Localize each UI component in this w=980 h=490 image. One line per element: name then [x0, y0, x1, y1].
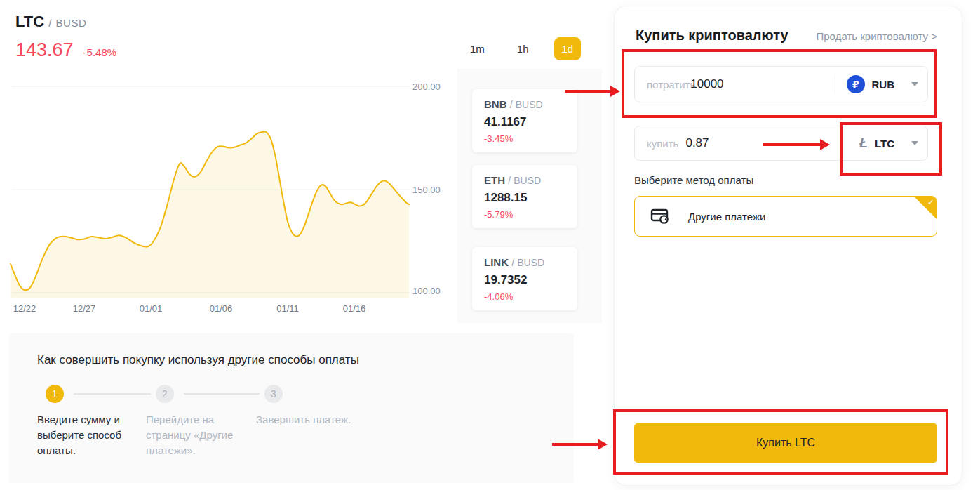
step-connector — [74, 393, 151, 395]
annotation-arrow-asset — [763, 143, 821, 146]
step-connector — [184, 393, 260, 395]
payment-method-icon — [650, 207, 671, 225]
step-2-text: Перейдите на страницу «Другие платежи». — [146, 412, 248, 458]
step-3-badge: 3 — [264, 385, 283, 403]
step-1-badge: 1 — [46, 385, 64, 403]
interval-1h[interactable]: 1h — [510, 37, 536, 60]
ticker-base: BNB — [484, 98, 507, 110]
howto-section: Как совершить покупку используя другие с… — [9, 333, 574, 483]
annotation-arrow-spend — [565, 90, 611, 93]
check-icon: ✓ — [927, 197, 934, 207]
ticker-separator: / — [510, 99, 513, 110]
step-3-text: Завершить платеж. — [256, 412, 410, 428]
annotation-arrow-button — [552, 443, 598, 446]
x-axis-tick: 01/11 — [276, 303, 299, 314]
interval-switcher: 1m 1h 1d — [463, 37, 581, 60]
step-2-badge: 2 — [156, 385, 174, 403]
annotation-box-asset — [840, 122, 942, 176]
ticker-quote: BUSD — [516, 99, 543, 110]
sell-crypto-link[interactable]: Продать криптовалюту > — [817, 30, 938, 42]
annotation-box-button — [613, 409, 948, 475]
ticker-separator: / — [511, 257, 514, 268]
ticker-separator: / — [508, 175, 511, 186]
ticker-pair: BNB / BUSD — [484, 98, 577, 110]
ticker-change: -4.06% — [484, 291, 577, 302]
annotation-box-spend — [622, 49, 937, 118]
x-axis-tick: 01/01 — [140, 303, 163, 314]
panel-title: Купить криптовалюту — [636, 27, 788, 44]
receive-label: купить — [647, 138, 678, 150]
interval-1m[interactable]: 1m — [463, 37, 492, 60]
y-axis-tick: 200.00 — [412, 81, 446, 92]
payment-method-card[interactable]: Другие платежи ✓ — [634, 196, 937, 237]
x-axis-tick: 12/22 — [13, 303, 36, 314]
ticker-base: LINK — [484, 256, 509, 268]
price-chart: 200.00 150.00 100.00 12/22 12/27 01/01 0… — [0, 0, 463, 323]
y-axis-tick: 100.00 — [412, 286, 446, 296]
y-axis-tick: 150.00 — [412, 185, 446, 195]
ticker-card-bnb[interactable]: BNB / BUSD 41.1167 -3.45% — [472, 89, 577, 152]
chart-canvas — [0, 0, 463, 323]
interval-1d[interactable]: 1d — [554, 37, 582, 60]
ticker-pair: LINK / BUSD — [484, 256, 577, 268]
ticker-base: ETH — [484, 174, 505, 186]
ticker-card-eth[interactable]: ETH / BUSD 1288.15 -5.79% — [472, 165, 577, 228]
ticker-change: -5.79% — [484, 209, 577, 220]
ticker-price: 19.7352 — [484, 273, 577, 287]
payment-method-name: Другие платежи — [688, 211, 765, 223]
ticker-price: 1288.15 — [484, 191, 577, 205]
ticker-card-link[interactable]: LINK / BUSD 19.7352 -4.06% — [472, 247, 577, 310]
ticker-price: 41.1167 — [484, 115, 577, 129]
x-axis-tick: 01/16 — [343, 303, 366, 314]
step-1-text: Введите сумму и выберите способ оплаты. — [37, 412, 135, 458]
ticker-quote: BUSD — [514, 175, 541, 186]
receive-value[interactable]: 0.87 — [685, 136, 709, 150]
payment-method-label: Выберите метод оплаты — [634, 174, 753, 186]
ticker-change: -3.45% — [484, 133, 577, 144]
ticker-pair: ETH / BUSD — [484, 174, 577, 186]
page: LTC / BUSD 143.67 -5.48% 1m 1h 1d 200.00… — [0, 0, 980, 490]
howto-title: Как совершить покупку используя другие с… — [37, 353, 359, 367]
x-axis-tick: 12/27 — [73, 303, 96, 314]
x-axis-tick: 01/06 — [210, 303, 233, 314]
panel-header: Купить криптовалюту Продать криптовалюту… — [636, 27, 937, 44]
ticker-quote: BUSD — [517, 257, 544, 268]
